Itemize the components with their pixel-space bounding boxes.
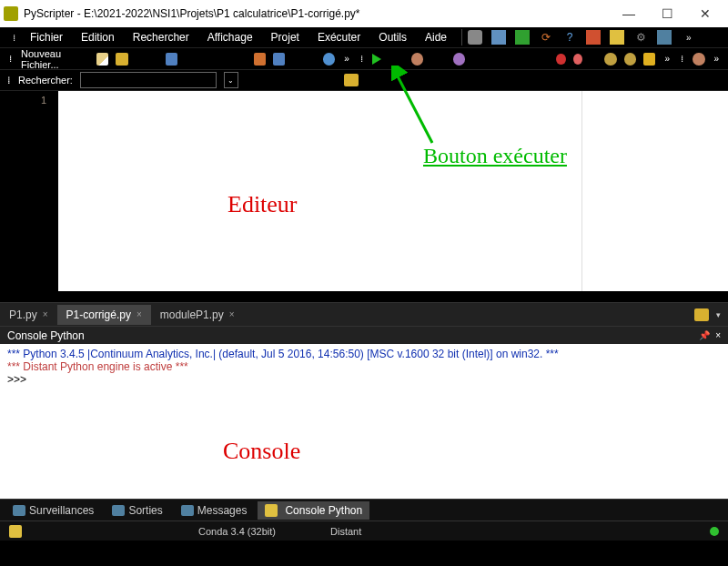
menu-outils[interactable]: Outils: [369, 29, 416, 45]
tab-p1-corrige[interactable]: P1-corrigé.py ×: [57, 305, 151, 325]
minimize-button[interactable]: —: [610, 1, 648, 26]
save-icon[interactable]: [166, 53, 177, 66]
bottom-tab-label: Messages: [197, 504, 248, 517]
app-icon: [4, 6, 18, 21]
toolbar-overflow-icon[interactable]: ⁞: [7, 54, 14, 64]
form-icon[interactable]: [273, 53, 285, 66]
search-overflow-icon[interactable]: ⁞: [7, 75, 11, 86]
new-file-button[interactable]: Nouveau Fichier...: [21, 48, 89, 70]
open-icon[interactable]: [116, 53, 127, 66]
bottom-tab-label: Sorties: [128, 504, 162, 517]
close-window-button[interactable]: ✕: [686, 1, 724, 26]
search-input[interactable]: [80, 72, 217, 88]
run-button[interactable]: [372, 54, 381, 65]
status-conda: Conda 3.4 (32bit): [198, 526, 276, 537]
file-toolbar: ⁞ Nouveau Fichier... » ⁞ » ⁞ »: [0, 47, 728, 69]
menu-aide[interactable]: Aide: [416, 29, 456, 45]
divider: [461, 29, 462, 45]
stop-icon[interactable]: [573, 54, 582, 65]
title-bar: PyScripter - E:\2021-2022\NSI1\Projets\P…: [0, 0, 728, 27]
console-close-icon[interactable]: ×: [715, 330, 721, 340]
step-icon[interactable]: [453, 53, 465, 66]
bottom-tab-messages[interactable]: Messages: [174, 501, 255, 520]
menu-bar: ⁞ Fichier Edition Rechercher Affichage P…: [0, 27, 728, 47]
console-banner: *** Python 3.4.5 |Continuum Analytics, I…: [7, 348, 721, 360]
tab-p1[interactable]: P1.py ×: [0, 305, 57, 325]
window-icon[interactable]: [657, 30, 672, 45]
bottom-tab-label: Console Python: [285, 504, 362, 517]
terminal-icon[interactable]: [515, 30, 530, 45]
menu-edition[interactable]: Edition: [72, 29, 124, 45]
watch-icon: [13, 505, 25, 516]
tab-close-icon[interactable]: ×: [136, 309, 142, 319]
line-number: 1: [0, 95, 46, 106]
console-prompt: >>>: [7, 373, 721, 386]
menu-rechercher[interactable]: Rechercher: [124, 29, 198, 45]
tab-close-icon[interactable]: ×: [43, 309, 48, 319]
refresh-icon[interactable]: ⟳: [539, 30, 553, 45]
tab-folder-icon[interactable]: [694, 308, 709, 321]
tab-modulep1[interactable]: moduleP1.py ×: [151, 305, 244, 325]
search-label: Rechercher:: [18, 75, 73, 86]
help-icon[interactable]: ?: [562, 30, 577, 45]
bug2-icon[interactable]: [693, 53, 704, 66]
maximize-button[interactable]: ☐: [648, 1, 686, 26]
stack-icon[interactable]: [491, 30, 506, 45]
menu-executer[interactable]: Exécuter: [308, 29, 369, 45]
menu-more-icon[interactable]: »: [681, 33, 697, 43]
bottom-tab-surveillances[interactable]: Surveillances: [5, 501, 101, 520]
menu-overflow-icon[interactable]: ⁞: [7, 33, 21, 43]
line-gutter: 1: [0, 91, 57, 291]
arrow-icon[interactable]: [323, 53, 335, 66]
console-title: Console Python: [7, 329, 85, 342]
menu-projet[interactable]: Projet: [262, 29, 308, 45]
status-python-icon: [9, 525, 22, 538]
search-folder-icon[interactable]: [344, 74, 359, 86]
zoom-in-icon[interactable]: [604, 53, 616, 66]
zoom-out-icon[interactable]: [624, 53, 636, 66]
code-editor[interactable]: [57, 91, 728, 291]
annotation-console-label: Console: [223, 438, 300, 465]
editor-area: 1: [0, 91, 728, 291]
divider-icon: ⁞: [359, 54, 365, 64]
tab-close-icon[interactable]: ×: [229, 309, 235, 319]
divider2-icon: ⁞: [679, 54, 685, 64]
tab-dropdown-icon[interactable]: ▾: [716, 310, 721, 319]
python-icon[interactable]: [610, 30, 624, 45]
bottom-tab-label: Surveillances: [29, 504, 94, 517]
search-dropdown-icon[interactable]: ⌄: [224, 72, 238, 88]
file-icon[interactable]: [96, 53, 108, 66]
toolbar-more2-icon[interactable]: »: [662, 54, 672, 64]
tab-label: moduleP1.py: [160, 308, 224, 321]
toolbar-more1-icon[interactable]: »: [342, 54, 351, 64]
menu-affichage[interactable]: Affichage: [198, 29, 262, 45]
python-small-icon: [265, 504, 278, 517]
annotation-editor-label: Editeur: [228, 191, 298, 218]
tab-label: P1.py: [9, 308, 37, 321]
syntax-icon[interactable]: [254, 53, 266, 66]
breakpoint-icon[interactable]: [556, 54, 565, 65]
bottom-tab-console[interactable]: Console Python: [258, 501, 369, 520]
bottom-tab-sorties[interactable]: Sorties: [105, 501, 169, 520]
gear-icon[interactable]: ⚙: [633, 30, 648, 45]
python-console[interactable]: *** Python 3.4.5 |Continuum Analytics, I…: [0, 344, 728, 499]
status-bar: Conda 3.4 (32bit) Distant: [0, 521, 728, 541]
bolt-icon[interactable]: [643, 53, 655, 66]
status-dot-icon: [710, 527, 719, 536]
debug-icon[interactable]: [411, 53, 423, 66]
menu-fichier[interactable]: Fichier: [21, 29, 72, 45]
layers-icon[interactable]: [586, 30, 601, 45]
annotation-run-label: Bouton exécuter: [423, 144, 567, 168]
console-header: Console Python 📌×: [0, 326, 728, 344]
window-title: PyScripter - E:\2021-2022\NSI1\Projets\P…: [24, 7, 610, 20]
toolbar-more3-icon[interactable]: »: [713, 54, 722, 64]
pin-icon[interactable]: 📌: [699, 330, 710, 340]
bottom-tab-bar: Surveillances Sorties Messages Console P…: [0, 499, 728, 521]
document-tabs: P1.py × P1-corrigé.py × moduleP1.py × ▾: [0, 302, 728, 326]
editor-margin-line: [581, 91, 582, 291]
search-bar: ⁞ Rechercher: ⌄: [0, 69, 728, 91]
output-icon: [112, 505, 125, 516]
status-engine: Distant: [330, 526, 361, 537]
console-engine-line: *** Distant Python engine is active ***: [7, 360, 721, 373]
db-icon[interactable]: [468, 30, 482, 45]
